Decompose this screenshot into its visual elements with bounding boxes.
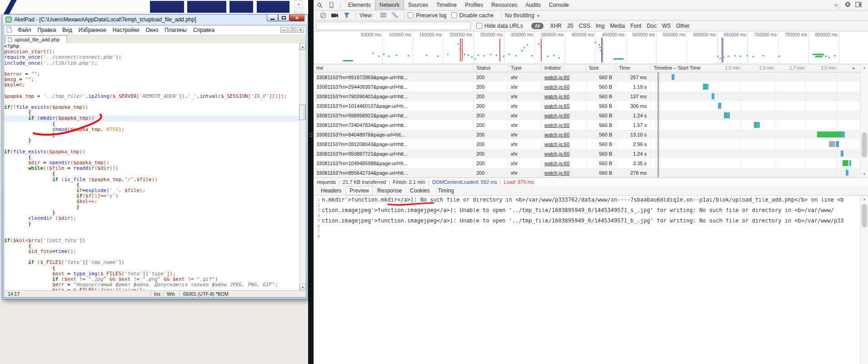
akelpad-titlebar[interactable]: AkelPad - [C:\Users\Михаил\AppData\Local… bbox=[2, 15, 308, 25]
menu-item-Вид[interactable]: Вид bbox=[59, 26, 75, 34]
menu-item-Плагины[interactable]: Плагины bbox=[161, 26, 190, 34]
mdi-close-icon[interactable]: ✕ bbox=[297, 27, 304, 33]
scrollbar-grip[interactable] bbox=[309, 133, 313, 137]
clear-icon[interactable] bbox=[317, 10, 329, 20]
filter-type-css[interactable]: CSS bbox=[579, 23, 590, 29]
column-header-time[interactable]: Time bbox=[616, 64, 651, 72]
initiator-link[interactable]: watch.js:60 bbox=[544, 142, 569, 147]
background-scrollbar[interactable]: ▲ bbox=[294, 0, 303, 14]
table-row[interactable]: 33081153?rn=294409397&page-url=htt...200… bbox=[314, 82, 860, 91]
mdi-restore-icon[interactable]: ❐ bbox=[289, 27, 296, 33]
scroll-down-icon[interactable]: ▼ bbox=[861, 171, 868, 177]
initiator-link[interactable]: watch.js:60 bbox=[544, 103, 569, 109]
filter-type-js[interactable]: JS bbox=[567, 23, 574, 29]
scroll-up-icon[interactable]: ▲ bbox=[299, 43, 306, 50]
scrollbar-thumb[interactable] bbox=[862, 204, 867, 228]
waterfall-view-icon[interactable] bbox=[389, 10, 401, 20]
column-header-initiator[interactable]: Initiator bbox=[542, 64, 586, 72]
hide-data-urls-checkbox[interactable] bbox=[476, 23, 482, 29]
initiator-link[interactable]: watch.js:60 bbox=[544, 122, 569, 128]
hide-data-urls-label[interactable]: Hide data URLs bbox=[484, 23, 523, 29]
maximize-button[interactable] bbox=[278, 15, 289, 21]
console-drawer-icon[interactable]: >_ bbox=[835, 3, 840, 8]
scrollbar-thumb[interactable] bbox=[299, 105, 306, 120]
throttling-select[interactable]: No throttling▼ bbox=[505, 12, 540, 19]
disable-cache-label[interactable]: Disable cache bbox=[459, 12, 494, 19]
column-header-timeline-start-time[interactable]: Timeline – Start Time1.0 min1.3 min1.7 m… bbox=[651, 64, 860, 72]
tab-timeline[interactable]: Timeline bbox=[432, 0, 461, 10]
menu-item-Избранное[interactable]: Избранное bbox=[75, 26, 110, 34]
initiator-link[interactable]: watch.js:60 bbox=[544, 170, 569, 176]
scrollbar-thumb[interactable] bbox=[862, 132, 867, 157]
scroll-down-icon[interactable]: ▼ bbox=[299, 284, 306, 291]
tab-elements[interactable]: Elements bbox=[344, 0, 375, 10]
filter-type-ws[interactable]: WS bbox=[662, 23, 671, 29]
table-row[interactable]: 33081153?rn=724047834&page-url=htt...200… bbox=[314, 120, 860, 130]
table-row[interactable]: 33081153?rn=281208043&page-url=htt...200… bbox=[314, 139, 860, 149]
disable-cache-checkbox[interactable] bbox=[451, 12, 457, 18]
minimize-button[interactable] bbox=[267, 15, 278, 21]
tab-resources[interactable]: Resources bbox=[487, 0, 521, 10]
close-button[interactable]: ✕ bbox=[289, 15, 304, 21]
table-row[interactable]: 33081153?rn=855642734&page-url=htt...200… bbox=[314, 168, 860, 177]
scroll-up-icon[interactable]: ▲ bbox=[861, 65, 868, 71]
filter-type-xhr[interactable]: XHR bbox=[550, 23, 561, 29]
initiator-link[interactable]: watch.js:60 bbox=[544, 132, 569, 137]
scroll-up-icon[interactable]: ▲ bbox=[295, 1, 302, 8]
request-list-scrollbar[interactable]: ▲ ▼ bbox=[860, 64, 868, 177]
filmstrip-camera-icon[interactable] bbox=[329, 10, 341, 20]
device-mode-icon[interactable] bbox=[325, 0, 337, 10]
filter-type-img[interactable]: Img bbox=[595, 23, 604, 29]
table-row[interactable]: 33081153?rn=790390401&page-url=htt...200… bbox=[314, 91, 860, 101]
detail-tab-headers[interactable]: Headers bbox=[317, 186, 345, 195]
preserve-log-label[interactable]: Preserve log bbox=[416, 12, 446, 19]
settings-gear-icon[interactable] bbox=[845, 1, 851, 9]
initiator-link[interactable]: watch.js:60 bbox=[544, 161, 569, 166]
filter-type-other[interactable]: Other bbox=[676, 23, 690, 29]
tab-sources[interactable]: Sources bbox=[404, 0, 432, 10]
filter-type-doc[interactable]: Doc bbox=[647, 23, 656, 29]
column-header-name[interactable]: me bbox=[314, 64, 474, 72]
table-row[interactable]: 33081153?rn=691972869&page-url=htt...200… bbox=[314, 72, 860, 82]
initiator-link[interactable]: watch.js:60 bbox=[544, 151, 569, 157]
menu-item-Окно[interactable]: Окно bbox=[142, 26, 161, 34]
filter-input[interactable] bbox=[316, 22, 471, 30]
column-header-status[interactable]: Status bbox=[474, 64, 508, 72]
initiator-link[interactable]: watch.js:60 bbox=[544, 84, 569, 90]
preview-scrollbar[interactable]: ▲ bbox=[860, 196, 868, 364]
table-row[interactable]: 33081153?rn=950887721&page-url=htt...200… bbox=[314, 149, 860, 158]
list-view-icon[interactable] bbox=[377, 10, 389, 20]
table-row[interactable]: 33081153?rn=1049485988&page-url=h...200x… bbox=[314, 158, 860, 168]
detail-tab-preview[interactable]: Preview bbox=[346, 186, 373, 195]
initiator-link[interactable]: watch.js:60 bbox=[544, 75, 569, 80]
column-header-type[interactable]: Type bbox=[508, 64, 542, 72]
file-tab[interactable]: upload_file_add.php bbox=[5, 35, 67, 43]
editor-scrollbar[interactable]: ▲ ▼ bbox=[299, 43, 306, 291]
initiator-link[interactable]: watch.js:60 bbox=[544, 113, 569, 118]
inspect-element-icon[interactable] bbox=[314, 0, 325, 10]
dock-side-icon[interactable] bbox=[855, 2, 862, 9]
tab-audits[interactable]: Audits bbox=[521, 0, 544, 10]
menu-item-Файл[interactable]: Файл bbox=[15, 26, 35, 34]
menu-item-Справка[interactable]: Справка bbox=[190, 26, 218, 34]
table-row[interactable]: 33081153?rn=598958922&page-url=htt...200… bbox=[314, 111, 860, 120]
filter-type-font[interactable]: Font bbox=[630, 23, 641, 29]
mdi-minimize-icon[interactable]: — bbox=[280, 27, 288, 33]
table-row[interactable]: 33081153?rn=84048978&page-url=htt...200x… bbox=[314, 130, 860, 139]
scroll-up-icon[interactable]: ▲ bbox=[861, 196, 868, 202]
tab-console[interactable]: Console bbox=[545, 0, 573, 10]
filter-all-pill[interactable]: All bbox=[531, 23, 544, 29]
filter-type-media[interactable]: Media bbox=[610, 23, 625, 29]
initiator-link[interactable]: watch.js:60 bbox=[544, 94, 569, 99]
detail-tab-timing[interactable]: Timing bbox=[434, 186, 458, 195]
preserve-log-checkbox[interactable] bbox=[408, 12, 414, 18]
filter-funnel-icon[interactable] bbox=[341, 10, 353, 20]
code-editor[interactable]: <?php@session_start();require_once('../c… bbox=[4, 43, 306, 291]
column-header-size[interactable]: Size bbox=[586, 64, 616, 72]
menu-item-Правка[interactable]: Правка bbox=[35, 26, 60, 34]
detail-tab-response[interactable]: Response bbox=[374, 186, 405, 195]
preview-pane[interactable]: 1n.mkdir'>function.mkdir</a>]: No such f… bbox=[314, 196, 868, 354]
table-row[interactable]: 33081153?rn=1014460107&page-url=h...200x… bbox=[314, 101, 860, 111]
menu-item-Настройки[interactable]: Настройки bbox=[110, 26, 143, 34]
tab-network[interactable]: Network bbox=[375, 0, 404, 10]
